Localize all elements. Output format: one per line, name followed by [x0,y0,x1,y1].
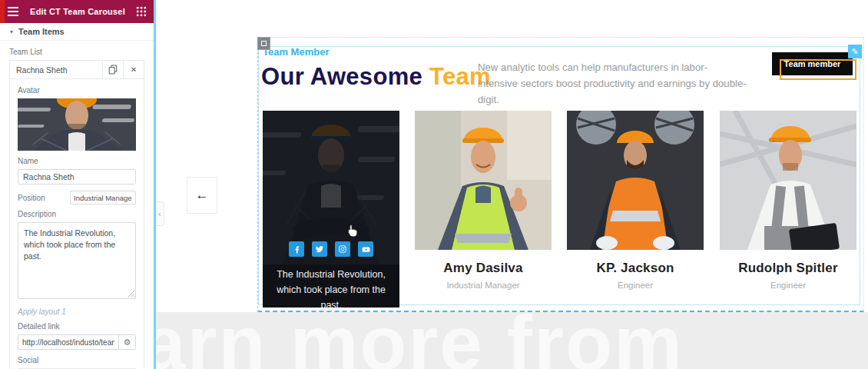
duplicate-icon[interactable] [102,61,123,78]
member-caption: Amy Dasilva Industrial Manager [415,261,552,290]
chevron-down-icon: ▾ [10,28,13,35]
facebook-icon[interactable] [289,241,304,257]
description-label: Description [18,210,136,218]
avatar-image[interactable] [18,98,136,151]
widgets-grid-icon[interactable] [129,6,154,17]
mouse-cursor-icon [346,224,359,240]
team-card[interactable] [567,111,704,250]
repeater-item-header[interactable]: Rachna Sheth ✕ [9,60,144,79]
carousel-prev-button[interactable]: ← [187,177,217,214]
detailed-link-label: Detailed link [18,322,136,331]
gear-icon[interactable]: ⚙ [118,335,135,349]
member-position: Engineer [567,281,704,290]
member-position: Engineer [720,281,856,290]
member-name[interactable]: KP. Jackson [567,261,704,276]
apply-layout-link[interactable]: Apply layout 1 [18,308,136,316]
panel-resize-handle[interactable] [154,0,156,369]
team-list-label: Team List [9,48,144,56]
next-section: arn more from [154,312,868,369]
team-member-button[interactable]: Team member [772,52,853,75]
panel-title: Edit CT Team Carousel [26,7,129,16]
section-heading: Our Awesome Team [261,63,491,91]
team-card[interactable] [720,111,856,250]
member-name[interactable]: Amy Dasilva [415,261,552,276]
section-paragraph: New analytic tools can help manufacturer… [478,59,747,108]
description-textarea[interactable]: The Industrial Revolution, which took pl… [18,222,136,299]
member-position: Industrial Manager [415,281,552,290]
team-card-hovered[interactable]: The Industrial Revolution, which took pl… [263,111,399,308]
youtube-icon[interactable] [358,241,373,257]
heading-main: Our Awesome [261,63,429,90]
member-name[interactable]: Rudolph Spitler [720,261,856,276]
watermark-heading: arn more from [154,312,684,369]
column-handle-icon[interactable] [257,37,270,50]
position-input[interactable] [70,191,136,204]
elementor-editor: Edit CT Team Carousel ▾ Team Items Team … [0,0,868,369]
panel-edge-accent [0,0,5,23]
team-items-section-toggle[interactable]: ▾ Team Items [0,23,154,41]
member-photo [415,111,552,250]
repeater-item-title[interactable]: Rachna Sheth [10,61,102,78]
resize-grip-icon[interactable] [128,286,134,300]
member-caption: Rudolph Spitler Engineer [720,261,856,290]
repeater-item-body: Avatar [9,79,144,369]
member-photo [720,111,856,250]
eyebrow-text: Team Member [263,46,329,58]
panel-body: Team List Rachna Sheth ✕ Avatar [0,41,154,369]
name-label: Name [18,157,136,165]
card-social-row [263,241,399,257]
instagram-icon[interactable] [335,241,350,257]
detailed-link-input[interactable] [18,335,118,349]
avatar-label: Avatar [18,86,136,95]
member-photo [567,111,704,250]
position-label: Position [18,194,45,202]
twitter-icon[interactable] [312,241,327,257]
panel-header: Edit CT Team Carousel [0,0,154,23]
close-icon[interactable]: ✕ [123,61,144,78]
preview-canvas: ‹ arn more from ← Team Member Our Awesom… [154,0,868,369]
social-label: Social [18,356,136,364]
member-caption: KP. Jackson Engineer [567,261,704,290]
name-input[interactable] [18,169,136,184]
section-title: Team Items [18,27,65,36]
settings-panel: Edit CT Team Carousel ▾ Team Items Team … [0,0,154,369]
card-overlay-text: The Industrial Revolution, which took pl… [270,267,392,308]
team-card[interactable] [415,111,552,250]
edit-pencil-icon[interactable]: ✎ [848,45,862,58]
panel-collapse-tab[interactable]: ‹ [156,201,164,226]
